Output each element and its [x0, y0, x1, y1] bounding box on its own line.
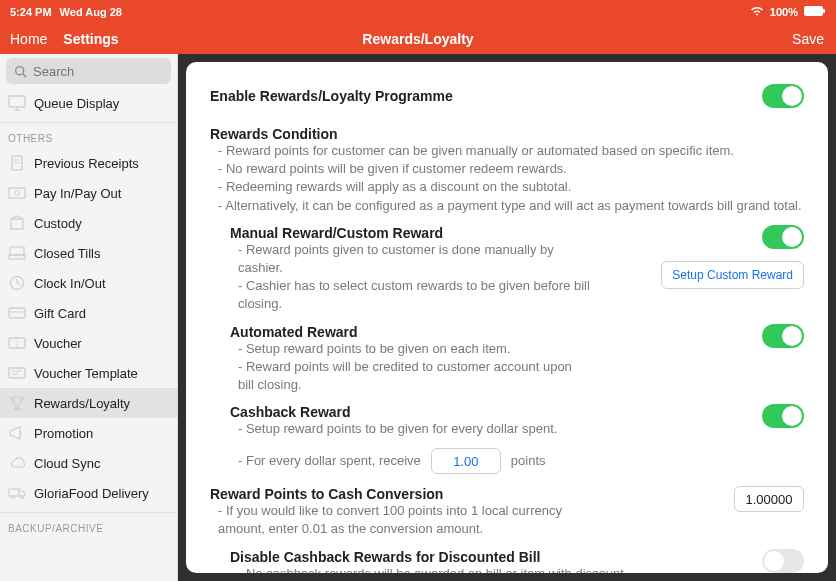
automated-reward-text: - Reward points will be credited to cust… — [230, 358, 590, 394]
rewards-condition-text: - Alternatively, it can be configured as… — [210, 197, 804, 215]
sidebar-item-label: GloriaFood Delivery — [34, 486, 149, 501]
rewards-condition-text: - Redeeming rewards will apply as a disc… — [210, 178, 804, 196]
sidebar-item-label: Voucher — [34, 336, 82, 351]
search-field[interactable] — [6, 58, 171, 84]
svg-point-2 — [16, 66, 24, 74]
sidebar-item-label: Promotion — [34, 426, 93, 441]
sidebar-item-label: Cloud Sync — [34, 456, 100, 471]
svg-point-24 — [21, 496, 24, 499]
svg-rect-22 — [9, 489, 19, 496]
sidebar-header-backup: BACKUP/ARCHIVE — [0, 515, 177, 538]
top-nav: Home Settings Rewards/Loyalty Save — [0, 24, 836, 54]
sidebar-item-label: Pay In/Pay Out — [34, 186, 121, 201]
cashback-rate-prefix: - For every dollar spent, receive — [230, 452, 421, 470]
manual-reward-toggle[interactable] — [762, 225, 804, 249]
svg-rect-15 — [9, 308, 25, 318]
settings-card: Enable Rewards/Loyalty Programme Rewards… — [186, 62, 828, 573]
voucher-icon — [8, 334, 26, 352]
svg-rect-13 — [9, 255, 25, 259]
cashback-rate-suffix: points — [511, 452, 546, 470]
register-icon — [8, 244, 26, 262]
battery-label: 100% — [770, 6, 798, 18]
sidebar-item-voucher[interactable]: Voucher — [0, 328, 177, 358]
sidebar-item-label: Custody — [34, 216, 82, 231]
delivery-icon — [8, 484, 26, 502]
manual-reward-text: - Reward points given to customer is don… — [230, 241, 590, 277]
trophy-icon — [8, 394, 26, 412]
card-icon — [8, 304, 26, 322]
svg-rect-4 — [9, 96, 25, 107]
sidebar-item-promotion[interactable]: Promotion — [0, 418, 177, 448]
sidebar-item-label: Previous Receipts — [34, 156, 139, 171]
sidebar-item-label: Gift Card — [34, 306, 86, 321]
sidebar-item-custody[interactable]: Custody — [0, 208, 177, 238]
home-link[interactable]: Home — [10, 31, 47, 47]
svg-point-11 — [15, 191, 20, 196]
sidebar-item-pay-in-out[interactable]: Pay In/Pay Out — [0, 178, 177, 208]
status-time: 5:24 PM — [10, 6, 52, 18]
disable-cashback-title: Disable Cashback Rewards for Discounted … — [230, 549, 627, 565]
cashback-rate-input[interactable]: 1.00 — [431, 448, 501, 474]
svg-rect-10 — [9, 188, 25, 198]
svg-line-3 — [23, 73, 26, 76]
automated-reward-toggle[interactable] — [762, 324, 804, 348]
sidebar-item-label: Voucher Template — [34, 366, 138, 381]
manual-reward-text: - Cashier has to select custom rewards t… — [230, 277, 590, 313]
automated-reward-title: Automated Reward — [230, 324, 590, 340]
save-button[interactable]: Save — [792, 31, 824, 47]
sidebar-item-queue-display[interactable]: Queue Display — [0, 88, 177, 118]
sidebar-item-cloud-sync[interactable]: Cloud Sync — [0, 448, 177, 478]
svg-rect-1 — [823, 9, 825, 13]
sidebar-item-label: Queue Display — [34, 96, 119, 111]
manual-reward-title: Manual Reward/Custom Reward — [230, 225, 590, 241]
sidebar-item-rewards-loyalty[interactable]: Rewards/Loyalty — [0, 388, 177, 418]
rewards-condition-text: - No reward points will be given if cust… — [210, 160, 804, 178]
sidebar-item-label: Closed Tills — [34, 246, 100, 261]
svg-rect-0 — [804, 6, 823, 16]
conversion-title: Reward Points to Cash Conversion — [210, 486, 610, 502]
sidebar-item-label: Clock In/Out — [34, 276, 106, 291]
svg-rect-19 — [9, 368, 25, 378]
setup-custom-reward-button[interactable]: Setup Custom Reward — [661, 261, 804, 289]
disable-cashback-toggle[interactable] — [762, 549, 804, 573]
sidebar-item-label: Rewards/Loyalty — [34, 396, 130, 411]
search-input[interactable] — [33, 64, 163, 79]
status-date: Wed Aug 28 — [60, 6, 122, 18]
sidebar-item-gloriafood[interactable]: GloriaFood Delivery — [0, 478, 177, 508]
custody-icon — [8, 214, 26, 232]
sidebar-item-clock[interactable]: Clock In/Out — [0, 268, 177, 298]
rewards-condition-title: Rewards Condition — [210, 126, 804, 142]
cashback-reward-title: Cashback Reward — [230, 404, 557, 420]
megaphone-icon — [8, 424, 26, 442]
conversion-rate-input[interactable]: 1.00000 — [734, 486, 804, 512]
sidebar-item-closed-tills[interactable]: Closed Tills — [0, 238, 177, 268]
enable-rewards-toggle[interactable] — [762, 84, 804, 108]
search-icon — [14, 65, 27, 78]
cashback-reward-toggle[interactable] — [762, 404, 804, 428]
sidebar: Queue Display OTHERS Previous Receipts P… — [0, 54, 178, 581]
automated-reward-text: - Setup reward points to be given on eac… — [230, 340, 590, 358]
receipt-icon — [8, 154, 26, 172]
sidebar-header-others: OTHERS — [0, 125, 177, 148]
svg-rect-12 — [10, 247, 24, 255]
battery-icon — [804, 6, 826, 18]
display-icon — [8, 94, 26, 112]
page-title: Rewards/Loyalty — [0, 31, 836, 47]
cashback-reward-text: - Setup reward points to be given for ev… — [230, 420, 557, 438]
disable-cashback-text: - No cashback rewards will be awarded on… — [230, 565, 627, 573]
svg-point-23 — [12, 496, 15, 499]
clock-icon — [8, 274, 26, 292]
settings-link[interactable]: Settings — [63, 31, 118, 47]
voucher-template-icon — [8, 364, 26, 382]
rewards-condition-text: - Reward points for customer can be give… — [210, 142, 804, 160]
status-bar: 5:24 PM Wed Aug 28 100% — [0, 0, 836, 24]
cash-icon — [8, 184, 26, 202]
wifi-icon — [750, 6, 764, 18]
cloud-icon — [8, 454, 26, 472]
sidebar-item-voucher-template[interactable]: Voucher Template — [0, 358, 177, 388]
sidebar-item-gift-card[interactable]: Gift Card — [0, 298, 177, 328]
sidebar-item-previous-receipts[interactable]: Previous Receipts — [0, 148, 177, 178]
conversion-text: - If you would like to convert 100 point… — [210, 502, 610, 538]
enable-rewards-label: Enable Rewards/Loyalty Programme — [210, 88, 453, 104]
